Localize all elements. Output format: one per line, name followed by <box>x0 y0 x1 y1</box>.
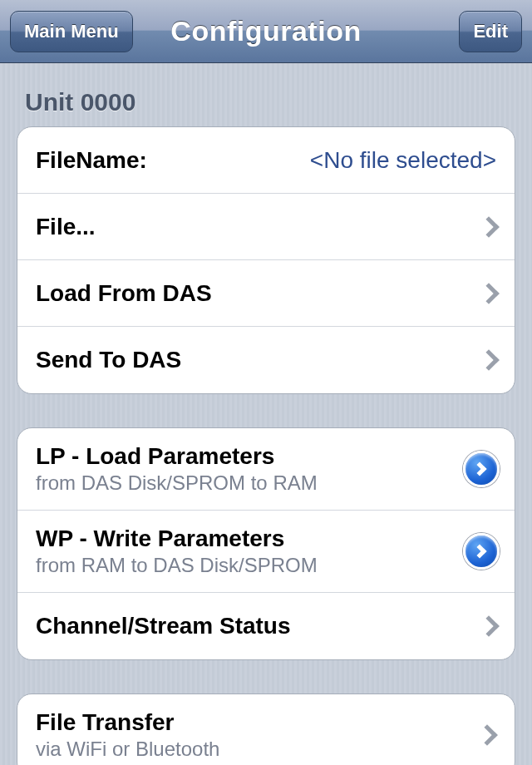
chevron-right-icon <box>478 216 499 237</box>
lp-subtitle: from DAS Disk/SPROM to RAM <box>36 471 318 495</box>
back-button-label: Main Menu <box>24 21 119 42</box>
chevron-right-icon <box>473 545 487 559</box>
chevron-right-icon <box>476 724 497 745</box>
params-group: LP - Load Parameters from DAS Disk/SPROM… <box>17 427 515 660</box>
wp-title: WP - Write Parameters <box>36 526 284 552</box>
edit-button-label: Edit <box>473 21 508 42</box>
chevron-right-icon <box>478 283 499 304</box>
channel-status-label: Channel/Stream Status <box>36 613 291 639</box>
send-to-das-row[interactable]: Send To DAS <box>17 327 515 393</box>
chevron-right-icon <box>478 349 499 370</box>
wp-subtitle: from RAM to DAS Disk/SPROM <box>36 554 318 577</box>
filename-label: FileName: <box>36 147 147 174</box>
chevron-right-icon <box>473 462 487 476</box>
load-from-das-row[interactable]: Load From DAS <box>17 260 515 327</box>
channel-status-row[interactable]: Channel/Stream Status <box>17 593 515 659</box>
navbar: Main Menu Configuration Edit <box>0 0 532 63</box>
file-label: File... <box>36 214 96 240</box>
transfer-group: File Transfer via WiFi or Bluetooth <box>17 693 515 765</box>
section-header: Unit 0000 <box>0 63 532 126</box>
file-row[interactable]: File... <box>17 194 515 260</box>
load-from-das-label: Load From DAS <box>36 280 212 307</box>
file-group: FileName: <No file selected> File... Loa… <box>17 126 515 394</box>
back-button[interactable]: Main Menu <box>10 11 133 52</box>
detail-disclosure-icon[interactable] <box>463 451 500 487</box>
file-transfer-row[interactable]: File Transfer via WiFi or Bluetooth <box>17 694 515 765</box>
send-to-das-label: Send To DAS <box>36 347 181 373</box>
chevron-right-icon <box>478 615 499 636</box>
lp-title: LP - Load Parameters <box>36 443 274 470</box>
load-parameters-row[interactable]: LP - Load Parameters from DAS Disk/SPROM… <box>17 428 515 511</box>
edit-button[interactable]: Edit <box>459 11 522 52</box>
detail-disclosure-icon[interactable] <box>463 533 500 570</box>
filename-row: FileName: <No file selected> <box>17 127 515 194</box>
filename-value: <No file selected> <box>310 147 496 174</box>
file-transfer-title: File Transfer <box>36 709 175 736</box>
write-parameters-row[interactable]: WP - Write Parameters from RAM to DAS Di… <box>17 511 515 593</box>
file-transfer-subtitle: via WiFi or Bluetooth <box>36 738 219 761</box>
